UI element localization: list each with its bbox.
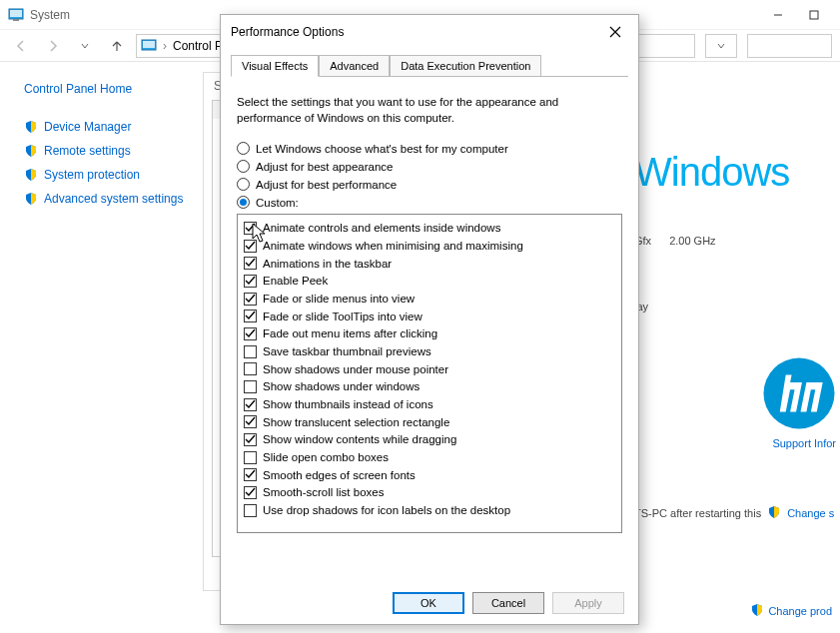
radio-icon xyxy=(237,160,250,173)
sidebar-link-system-protection[interactable]: System protection xyxy=(24,168,197,182)
check-option-15[interactable]: Smooth-scroll list boxes xyxy=(244,484,615,501)
dialog-tab-visual-effects[interactable]: Visual Effects xyxy=(231,55,319,77)
check-label: Use drop shadows for icon labels on the … xyxy=(263,502,510,519)
control-panel-icon xyxy=(141,38,157,54)
radio-icon xyxy=(237,196,250,209)
checkbox-icon xyxy=(244,486,257,499)
check-label: Smooth-scroll list boxes xyxy=(263,484,384,501)
check-option-13[interactable]: Slide open combo boxes xyxy=(244,449,615,466)
close-button[interactable] xyxy=(602,19,628,45)
shield-icon xyxy=(24,192,38,206)
svg-rect-2 xyxy=(13,19,19,21)
maximize-button[interactable] xyxy=(796,1,832,29)
dialog-titlebar[interactable]: Performance Options xyxy=(221,15,638,49)
check-label: Enable Peek xyxy=(263,273,328,290)
effects-checklist: Animate controls and elements inside win… xyxy=(237,214,622,533)
performance-options-dialog: Performance Options Visual EffectsAdvanc… xyxy=(220,14,639,625)
check-label: Show shadows under mouse pointer xyxy=(263,361,448,378)
check-label: Slide open combo boxes xyxy=(263,449,389,466)
radio-label: Let Windows choose what's best for my co… xyxy=(256,143,508,155)
minimize-button[interactable] xyxy=(760,1,796,29)
checkbox-icon xyxy=(244,398,257,411)
check-label: Save taskbar thumbnail previews xyxy=(263,343,431,360)
radio-icon xyxy=(237,178,250,191)
cancel-button[interactable]: Cancel xyxy=(472,592,544,614)
check-label: Smooth edges of screen fonts xyxy=(263,467,416,484)
check-option-16[interactable]: Use drop shadows for icon labels on the … xyxy=(244,502,615,519)
shield-icon xyxy=(24,144,38,158)
check-option-8[interactable]: Show shadows under mouse pointer xyxy=(244,361,615,378)
check-label: Animate windows when minimising and maxi… xyxy=(263,238,523,255)
check-option-2[interactable]: Animations in the taskbar xyxy=(244,256,615,273)
checkbox-icon xyxy=(244,451,257,464)
check-option-9[interactable]: Show shadows under windows xyxy=(244,378,615,395)
restart-text: TS-PC after restarting this xyxy=(634,507,761,519)
check-label: Fade out menu items after clicking xyxy=(263,325,437,342)
check-option-4[interactable]: Fade or slide menus into view xyxy=(244,291,615,308)
check-option-12[interactable]: Show window contents while dragging xyxy=(244,431,615,448)
checkbox-icon xyxy=(244,257,257,270)
ok-button[interactable]: OK xyxy=(393,592,464,614)
dialog-tab-advanced[interactable]: Advanced xyxy=(319,55,390,77)
windows-logo-text: Windows xyxy=(634,150,836,195)
check-label: Show thumbnails instead of icons xyxy=(263,396,433,413)
checkbox-icon xyxy=(244,293,257,306)
svg-rect-1 xyxy=(10,10,22,17)
check-option-1[interactable]: Animate windows when minimising and maxi… xyxy=(244,238,615,255)
dialog-description: Select the settings that you want to use… xyxy=(237,94,622,126)
recent-dropdown[interactable] xyxy=(72,34,98,58)
radio-label: Custom: xyxy=(256,197,299,209)
address-dropdown[interactable] xyxy=(705,34,737,58)
check-option-3[interactable]: Enable Peek xyxy=(244,273,615,290)
check-label: Fade or slide menus into view xyxy=(263,291,415,308)
system-icon xyxy=(8,7,24,23)
sidebar-link-remote-settings[interactable]: Remote settings xyxy=(24,144,197,158)
dialog-title: Performance Options xyxy=(231,25,344,39)
gfx-value: 2.00 GHz xyxy=(669,235,715,247)
check-label: Fade or slide ToolTips into view xyxy=(263,309,422,325)
svg-rect-6 xyxy=(143,41,155,48)
support-link[interactable]: Support Infor xyxy=(634,437,836,449)
svg-rect-4 xyxy=(810,11,818,19)
radio-option-1[interactable]: Adjust for best appearance xyxy=(237,160,622,173)
sidebar-link-device-manager[interactable]: Device Manager xyxy=(24,120,197,134)
breadcrumb-sep: › xyxy=(163,39,167,53)
back-button[interactable] xyxy=(8,34,34,58)
checkbox-icon xyxy=(244,222,257,235)
check-label: Show window contents while dragging xyxy=(263,431,456,448)
shield-icon xyxy=(24,168,38,182)
shield-icon xyxy=(24,120,38,134)
radio-option-3[interactable]: Custom: xyxy=(237,196,622,209)
checkbox-icon xyxy=(244,310,257,322)
radio-label: Adjust for best performance xyxy=(256,179,397,191)
dialog-tab-data-execution-prevention[interactable]: Data Execution Prevention xyxy=(390,55,541,77)
check-option-0[interactable]: Animate controls and elements inside win… xyxy=(244,220,615,237)
radio-option-2[interactable]: Adjust for best performance xyxy=(237,178,622,191)
radio-option-0[interactable]: Let Windows choose what's best for my co… xyxy=(237,142,622,155)
check-option-7[interactable]: Save taskbar thumbnail previews xyxy=(244,343,615,360)
check-label: Animate controls and elements inside win… xyxy=(263,220,500,237)
check-option-6[interactable]: Fade out menu items after clicking xyxy=(244,325,615,342)
check-option-10[interactable]: Show thumbnails instead of icons xyxy=(244,396,615,413)
checkbox-icon xyxy=(244,275,257,288)
forward-button[interactable] xyxy=(40,34,66,58)
change-product-link[interactable]: Change prod xyxy=(750,603,832,619)
control-panel-home-link[interactable]: Control Panel Home xyxy=(24,82,197,96)
sidebar-link-advanced-system-settings[interactable]: Advanced system settings xyxy=(24,192,197,206)
up-button[interactable] xyxy=(104,34,130,58)
check-option-5[interactable]: Fade or slide ToolTips into view xyxy=(244,309,615,325)
right-column: Windows Gfx 2.00 GHz lay Support Infor T… xyxy=(630,62,840,633)
shield-icon xyxy=(767,505,781,521)
checkbox-icon xyxy=(244,327,257,340)
radio-label: Adjust for best appearance xyxy=(256,161,393,173)
check-option-11[interactable]: Show translucent selection rectangle xyxy=(244,414,615,431)
checkbox-icon xyxy=(244,468,257,481)
check-option-14[interactable]: Smooth edges of screen fonts xyxy=(244,467,615,484)
radio-icon xyxy=(237,142,250,155)
shield-icon xyxy=(750,603,764,619)
hp-logo xyxy=(634,356,836,433)
apply-button: Apply xyxy=(552,592,624,614)
search-input[interactable] xyxy=(747,34,832,58)
change-settings-link[interactable]: Change s xyxy=(787,507,834,519)
ray-label: lay xyxy=(634,301,836,313)
